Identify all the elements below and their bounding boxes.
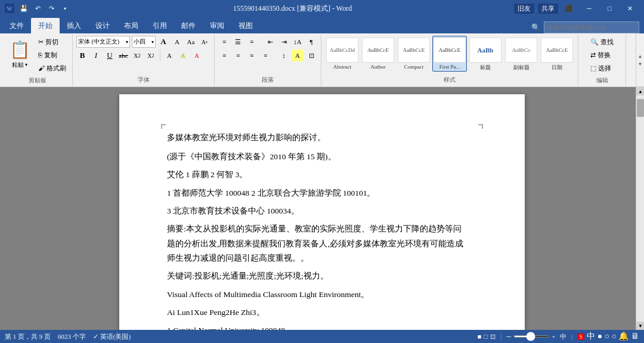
view-web-btn[interactable]: □ (484, 333, 488, 340)
save-icon[interactable]: 💾 (18, 2, 30, 14)
document-page[interactable]: 多媒体教室光环境对师生视力影响的探讨。 (源于《中国教育技术装备》2010 年第… (119, 94, 525, 330)
style-date-label: 日期 (552, 64, 562, 72)
search-input[interactable] (544, 21, 639, 33)
page-info: 第 1 页，共 9 页 (5, 332, 51, 341)
user-area: 旧友 共享 (514, 4, 558, 14)
scroll-up-button[interactable]: ▲ (636, 87, 644, 95)
scroll-thumb[interactable] (637, 99, 644, 117)
shading-btn[interactable]: A (292, 50, 304, 61)
undo-icon[interactable]: ↶ (32, 2, 44, 14)
underline-button[interactable]: U (104, 50, 116, 61)
replace-button[interactable]: ⇄ 替换 (588, 49, 613, 61)
tab-design[interactable]: 设计 (88, 18, 117, 33)
style-compact[interactable]: AaBbCcE Compact (397, 36, 431, 72)
align-right-btn[interactable]: ≡ (246, 50, 258, 61)
doc-line-6: 摘要:本文从投影机的实际光通量、教室的实际光照度、学生视力下降的趋势等问题的分析… (167, 222, 477, 265)
subscript-button[interactable]: X2 (131, 50, 143, 61)
view-print-btn[interactable]: ■ (478, 333, 482, 340)
para-align-row: ≡ ≡ ≡ ≡ ↕ A ⊡ (218, 50, 317, 61)
close-btn[interactable]: ✕ (620, 0, 639, 17)
align-left-btn[interactable]: ≡ (218, 50, 230, 61)
tab-home[interactable]: 开始 (31, 18, 60, 33)
align-center-btn[interactable]: ≡ (232, 50, 244, 61)
paste-button[interactable]: 📋 粘贴 ▾ (6, 36, 33, 73)
style-author-preview: AaBbCcE (362, 38, 394, 63)
tab-view[interactable]: 视图 (231, 18, 260, 33)
font-color-btn[interactable]: A (191, 50, 203, 61)
change-case-btn[interactable]: Aa (185, 36, 197, 48)
paragraph-label: 段落 (218, 75, 317, 85)
bullets-btn[interactable]: ≡ (218, 36, 230, 48)
tab-insert[interactable]: 插入 (60, 18, 88, 33)
font-name-select[interactable]: 宋体 (中文正文) ▾ (76, 36, 130, 48)
font-style-row: B I U abc X2 X2 A A A (76, 50, 203, 61)
minimize-btn[interactable]: ─ (580, 0, 599, 17)
spell-icon: ✓ (93, 333, 98, 341)
tab-mail[interactable]: 邮件 (174, 18, 203, 33)
show-formatting-btn[interactable]: ¶ (305, 36, 317, 48)
style-firstpara-label: First Pa... (439, 64, 460, 70)
paste-label: 粘贴 (12, 61, 24, 69)
status-left: 第 1 页，共 9 页 6023 个字 ✓ 英语(美国) (5, 332, 131, 341)
multilevel-btn[interactable]: ≡ (246, 36, 258, 48)
ribbon-scroll[interactable]: ▲ ▼ (636, 33, 644, 86)
ribbon: 📋 粘贴 ▾ ✂ 剪切 ⎘ 复制 🖌 格式刷 (0, 33, 644, 87)
bold-button[interactable]: B (76, 50, 88, 61)
decrease-indent-btn[interactable]: ⇤ (264, 36, 276, 48)
strikethrough-button[interactable]: abc (117, 50, 129, 61)
ribbon-tabs: 文件 开始 插入 设计 布局 引用 邮件 审阅 视图 🔍 (0, 17, 644, 33)
customize-icon[interactable]: ▾ (59, 2, 71, 14)
style-firstpara[interactable]: AaBbCcE First Pa... (432, 36, 467, 72)
copy-button[interactable]: ⎘ 复制 (36, 49, 69, 61)
sort-btn[interactable]: ↕A (292, 36, 304, 48)
borders-btn[interactable]: ⊡ (305, 50, 317, 61)
font-size-decrease-btn[interactable]: A (171, 36, 183, 48)
scroll-down-icon[interactable]: ▼ (638, 61, 643, 67)
highlight-btn[interactable]: A (177, 50, 189, 61)
style-heading1[interactable]: AaBb 标题 (468, 36, 503, 73)
style-subtitle[interactable]: AaBbCo 副标题 (504, 36, 538, 73)
font-size-value: 小四 (134, 38, 145, 46)
restore-btn[interactable]: ⬛ (559, 0, 578, 17)
styles-gallery: AaBbCcDd Abstract AaBbCcE Author AaBbCcE… (325, 36, 574, 75)
document-scrollbar[interactable]: ▲ ▼ (636, 87, 644, 330)
cut-icon: ✂ (38, 38, 44, 46)
find-button[interactable]: 🔍 查找 (588, 36, 616, 48)
tab-review[interactable]: 审阅 (203, 18, 231, 33)
cut-button[interactable]: ✂ 剪切 (36, 36, 69, 48)
redo-icon[interactable]: ↷ (45, 2, 57, 14)
increase-indent-btn[interactable]: ⇥ (278, 36, 290, 48)
style-author[interactable]: AaBbCcE Author (361, 36, 395, 72)
text-effect-btn[interactable]: A (163, 50, 175, 61)
maximize-btn[interactable]: □ (600, 0, 619, 17)
line-spacing-btn[interactable]: ↕ (278, 50, 290, 61)
italic-button[interactable]: I (90, 50, 102, 61)
font-size-select[interactable]: 小四 ▾ (132, 36, 156, 48)
tab-file[interactable]: 文件 (2, 18, 31, 33)
format-painter-button[interactable]: 🖌 格式刷 (36, 62, 69, 74)
paste-dropdown-icon[interactable]: ▾ (25, 62, 27, 67)
style-abstract[interactable]: AaBbCcDd Abstract (325, 36, 360, 72)
superscript-button[interactable]: X2 (145, 50, 157, 61)
share-label[interactable]: 共享 (538, 4, 558, 14)
scroll-up-icon[interactable]: ▲ (638, 54, 643, 59)
zoom-in-btn[interactable]: + (552, 333, 555, 340)
scroll-down-button[interactable]: ▼ (636, 322, 644, 330)
zoom-slider[interactable] (513, 335, 549, 338)
font-size-increase-btn[interactable]: A (157, 36, 169, 48)
doc-line-8: Visual Affects of Multimedia Classroom L… (167, 288, 477, 302)
style-compact-preview: AaBbCcE (398, 38, 430, 63)
numbering-btn[interactable]: ☰ (232, 36, 244, 48)
corner-mark-tr (478, 124, 483, 129)
title-bar: W 💾 ↶ ↷ ▾ 1555901440350.docx [兼容模式] - Wo… (0, 0, 644, 17)
style-date[interactable]: AaBbCcE 日期 (540, 36, 574, 73)
user-label[interactable]: 旧友 (514, 4, 534, 14)
clear-format-btn[interactable]: Ax (199, 36, 210, 48)
justify-btn[interactable]: ≡ (259, 50, 271, 61)
select-button[interactable]: ⬚ 选择 (588, 62, 614, 74)
tab-layout[interactable]: 布局 (117, 18, 145, 33)
tab-references[interactable]: 引用 (145, 18, 174, 33)
doc-line-4: 1 首都师范大学 100048 2 北京联合大学旅游学院 100101。 (167, 186, 477, 200)
zoom-out-btn[interactable]: ─ (506, 333, 511, 340)
view-read-btn[interactable]: ⊡ (490, 333, 496, 341)
